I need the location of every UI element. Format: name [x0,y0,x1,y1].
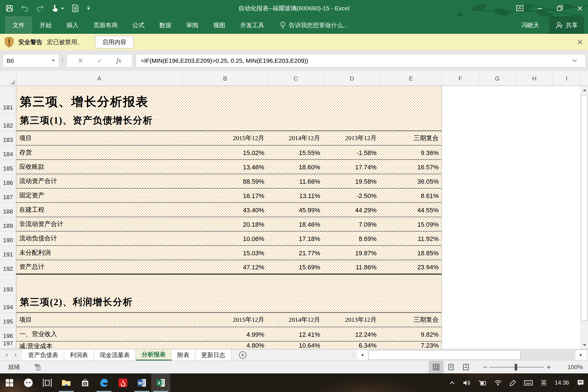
cell-B189[interactable]: 20.18% [183,217,268,231]
horizontal-scroll-thumb[interactable] [369,350,520,360]
sheet-tab-附表[interactable]: 附表 [172,349,195,360]
cell-D185[interactable]: 17.74% [324,160,380,174]
formula-bar-splitter[interactable]: ⁞ [59,58,66,64]
cell-D195[interactable]: 2013年12月 [324,313,380,327]
word-icon[interactable]: W [132,373,151,392]
cell-E197[interactable]: 7.23% [380,342,442,349]
save-icon[interactable] [6,5,13,12]
row-header-190[interactable]: 190 [0,232,16,246]
cell-A196[interactable]: 一、营业收入 [16,327,183,341]
ribbon-display-options-icon[interactable] [514,3,526,14]
vertical-scrollbar[interactable] [581,86,588,349]
customize-quick-access-icon[interactable] [87,7,91,10]
cell-B188[interactable]: 43.40% [183,203,268,217]
cell-C190[interactable]: 17.18% [268,232,324,245]
store-icon[interactable] [76,373,95,392]
cortana-icon[interactable] [19,373,38,392]
cell-E196[interactable]: 9.82% [380,327,442,341]
cell-B190[interactable]: 10.06% [183,232,268,245]
new-sheet-button[interactable] [231,349,254,360]
signed-in-user[interactable]: 冯晓天 [521,21,539,29]
row-header-184[interactable]: 184 [0,146,16,160]
cell-E184[interactable]: 9.36% [380,146,442,159]
ribbon-tab-页面布局[interactable]: 页面布局 [86,16,125,34]
wifi-icon[interactable] [494,380,502,386]
cell-A195[interactable]: 项目 [16,313,183,327]
row-header-188[interactable]: 188 [0,203,16,217]
touch-keyboard-icon[interactable] [524,380,533,386]
cell-A193[interactable] [16,275,442,295]
close-icon[interactable] [574,3,586,14]
cell-A183[interactable]: 项目 [16,131,183,145]
cell-C196[interactable]: 12.41% [268,327,324,341]
column-header-A[interactable]: A [16,71,183,86]
cell-A182[interactable]: 第三项(1)、资产负债增长分析 [16,113,442,130]
cell-B183[interactable]: 2015年12月 [183,131,268,145]
restore-icon[interactable] [554,3,566,14]
cell-B184[interactable]: 15.02% [183,146,268,159]
cell-A181[interactable]: 第三项、增长分析报表 [16,86,442,113]
pen-icon[interactable] [510,380,516,386]
cell-D183[interactable]: 2013年12月 [324,131,380,145]
cell-D189[interactable]: 7.09% [324,217,380,231]
scroll-left-icon[interactable] [357,350,367,360]
ribbon-tab-文件[interactable]: 文件 [5,16,32,34]
cell-A187[interactable]: 固定资产 [16,189,183,202]
sheet-tab-资产负债表[interactable]: 资产负债表 [22,349,64,360]
page-break-preview-icon[interactable] [458,361,473,374]
cell-A194[interactable]: 第三项(2)、利润增长分析 [16,295,442,312]
formula-input[interactable]: =IF(MIN(E196,E203,E209)>0.25, 0.25, MIN(… [136,54,586,67]
cell-E185[interactable]: 16.57% [380,160,442,174]
zoom-slider[interactable] [489,361,544,374]
expand-formula-bar-icon[interactable] [568,59,581,62]
ime-indicator[interactable]: 英 [541,379,547,387]
share-button[interactable]: 共享 [549,16,584,34]
cell-E191[interactable]: 18.85% [380,246,442,260]
ribbon-tab-开发工具[interactable]: 开发工具 [233,16,272,34]
cell-B196[interactable]: 4.99% [183,327,268,341]
page-layout-view-icon[interactable] [444,361,458,374]
row-header-197[interactable]: 197 [0,342,16,349]
zoom-in-icon[interactable]: + [544,363,554,372]
zoom-slider-handle[interactable] [515,364,517,371]
ribbon-tab-开始[interactable]: 开始 [32,16,59,34]
cell-D197[interactable]: 6.34% [324,342,380,349]
power-icon[interactable] [478,380,486,386]
undo-icon[interactable] [21,5,29,12]
cell-D192[interactable]: 11.86% [324,260,380,274]
cell-D191[interactable]: 19.87% [324,246,380,260]
cell-D190[interactable]: 8.69% [324,232,380,245]
cell-D188[interactable]: 44.29% [324,203,380,217]
sheet-tab-现金流量表[interactable]: 现金流量表 [94,349,136,360]
cell-C189[interactable]: 18.46% [268,217,324,231]
column-header-F[interactable]: F [442,71,479,86]
cell-E190[interactable]: 11.92% [380,232,442,245]
cell-A197[interactable]: 减:营业成本 [16,342,183,349]
column-header-C[interactable]: C [268,71,324,86]
cell-A185[interactable]: 应收账款 [16,160,183,174]
sheet-tab-分析报表[interactable]: 分析报表 [136,349,172,360]
security-bar-close-icon[interactable] [577,34,583,50]
cell-A192[interactable]: 资产总计 [16,260,183,274]
cell-E195[interactable]: 三期复合 [380,313,442,327]
cell-C192[interactable]: 15.69% [268,260,324,274]
macro-record-icon[interactable] [34,363,41,371]
scroll-up-icon[interactable] [581,86,588,94]
netease-music-icon[interactable] [113,373,132,392]
ribbon-tab-插入[interactable]: 插入 [59,16,86,34]
cell-A188[interactable]: 在建工程 [16,203,183,217]
cell-B192[interactable]: 47.12% [183,260,268,274]
confirm-entry-icon[interactable]: ✓ [97,57,103,65]
cell-A186[interactable]: 流动资产合计 [16,174,183,188]
tell-me-box[interactable]: 告诉我您想要做什么... [272,16,348,34]
row-header-186[interactable]: 186 [0,174,16,189]
edge-icon[interactable] [95,373,113,392]
ribbon-tab-视图[interactable]: 视图 [206,16,233,34]
cell-A184[interactable]: 存货 [16,146,183,159]
touch-mode-icon[interactable] [52,4,64,12]
row-header-182[interactable]: 182 [0,113,16,131]
ribbon-tab-审阅[interactable]: 审阅 [179,16,206,34]
cell-C197[interactable]: 10.64% [268,342,324,349]
cell-C185[interactable]: 18.60% [268,160,324,174]
column-header-G[interactable]: G [479,71,516,86]
